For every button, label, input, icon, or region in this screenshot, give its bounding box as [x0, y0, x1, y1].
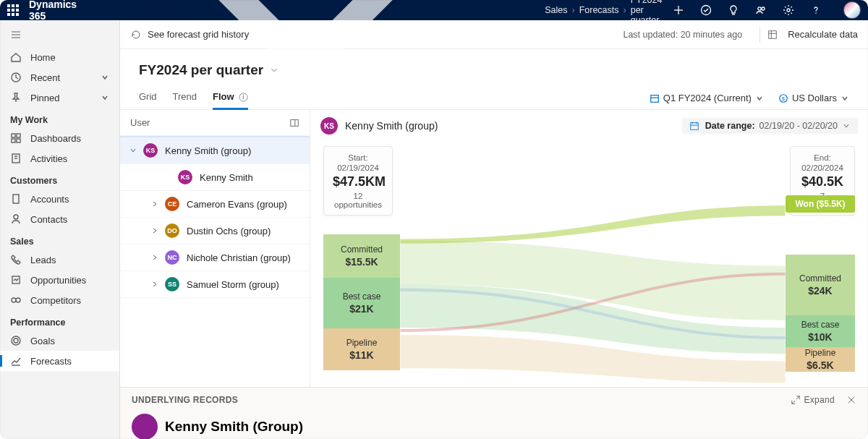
breadcrumb-current: FY2024 per quarter [631, 0, 673, 25]
tab-grid[interactable]: Grid [139, 87, 157, 109]
sidebar-item-label: Recent [30, 72, 60, 83]
currency-value: US Dollars [792, 93, 837, 103]
dashboard-icon [10, 132, 22, 144]
svg-text:i: i [243, 93, 244, 101]
svg-rect-34 [651, 95, 659, 102]
flow-header-user: Kenny Smith (group) [345, 120, 438, 132]
tab-flow[interactable]: Flow i [213, 87, 248, 109]
period-value: Q1 FY2024 (Current) [663, 93, 752, 103]
date-range-selector[interactable]: Date range: 02/19/20 - 02/20/20 [682, 118, 858, 134]
node-left-pipeline[interactable]: Pipeline$11K [323, 328, 400, 370]
svg-rect-15 [12, 139, 15, 142]
close-icon [846, 395, 856, 405]
svg-line-44 [796, 396, 799, 399]
node-right-won[interactable]: Won ($5.5K) [786, 195, 855, 213]
svg-rect-20 [13, 195, 19, 203]
chevron-down-icon [842, 122, 851, 130]
top-nav-bar: Dynamics 365 Sales › Forecasts › FY2024 … [0, 0, 868, 20]
sidebar-item-activities[interactable]: Activities [0, 148, 119, 169]
clock-icon [10, 72, 22, 83]
calendar-icon [650, 93, 660, 103]
sidebar-item-recent[interactable]: Recent [0, 67, 119, 88]
currency-selector[interactable]: $ US Dollars [778, 93, 849, 103]
sidebar-item-accounts[interactable]: Accounts [0, 189, 119, 209]
calendar-range-icon [689, 121, 699, 131]
sidebar-item-contacts[interactable]: Contacts [0, 209, 119, 229]
chart-icon [10, 355, 22, 367]
sidebar-group-performance: Performance [0, 310, 119, 331]
activity-icon [10, 153, 22, 164]
expand-icon [791, 395, 801, 405]
sidebar-item-opportunities[interactable]: Opportunities [0, 270, 119, 290]
tab-trend[interactable]: Trend [173, 87, 197, 109]
recalculate-button[interactable]: Recalculate data [767, 29, 858, 40]
svg-point-28 [14, 338, 18, 343]
sidebar-item-label: Leads [30, 255, 56, 265]
svg-text:$: $ [782, 95, 785, 101]
phone-icon [10, 254, 22, 265]
breadcrumb-sales[interactable]: Sales [545, 5, 567, 15]
task-check-icon[interactable] [700, 4, 712, 16]
svg-point-25 [12, 298, 16, 302]
sidebar-item-label: Goals [30, 336, 55, 346]
lightbulb-icon[interactable] [728, 4, 739, 16]
sidebar-item-dashboards[interactable]: Dashboards [0, 128, 119, 148]
start-opps: 12 opportunities [333, 192, 383, 209]
sidebar-item-label: Contacts [30, 214, 67, 225]
user-avatar[interactable] [843, 1, 861, 19]
home-icon [10, 51, 22, 63]
gear-icon[interactable] [783, 4, 794, 16]
sidebar-item-label: Competitors [30, 295, 81, 306]
chevron-right-icon[interactable] [150, 253, 159, 262]
node-right-committed[interactable]: Committed$24K [786, 255, 855, 315]
svg-rect-40 [691, 123, 699, 130]
help-icon[interactable] [810, 4, 822, 16]
sidebar-item-label: Pinned [30, 93, 59, 103]
competitor-icon [10, 294, 22, 306]
person-icon [10, 213, 22, 225]
last-updated-label: Last updated: 20 minutes ago [623, 30, 742, 40]
expand-button[interactable]: Expand [791, 395, 835, 405]
node-left-bestcase[interactable]: Best case$21K [323, 278, 400, 328]
node-right-pipeline[interactable]: Pipeline$6.5K [786, 347, 855, 372]
underlying-title: UNDERLYING RECORDS [132, 395, 238, 405]
svg-point-2 [702, 6, 711, 15]
start-value: $47.5KM [333, 174, 383, 189]
sidebar-item-home[interactable]: Home [0, 47, 119, 67]
svg-point-26 [16, 298, 20, 302]
breadcrumb-forecasts[interactable]: Forecasts [579, 5, 619, 15]
chevron-right-icon[interactable] [150, 280, 159, 289]
sidebar-item-competitors[interactable]: Competitors [0, 290, 119, 310]
currency-icon: $ [778, 93, 788, 103]
people-icon[interactable] [755, 4, 767, 16]
target-icon [10, 335, 22, 346]
sidebar-item-leads[interactable]: Leads [0, 250, 119, 270]
sidebar-item-label: Forecasts [30, 356, 72, 367]
sidebar-item-label: Accounts [30, 194, 69, 205]
sidebar-item-label: Activities [30, 153, 67, 164]
sidebar-item-goals[interactable]: Goals [0, 331, 119, 351]
chevron-down-icon [841, 94, 849, 103]
building-icon [10, 193, 22, 205]
info-icon: i [239, 93, 248, 102]
flow-chart: Start: 02/19/2024 $47.5KM 12 opportuniti… [320, 146, 858, 388]
node-left-committed[interactable]: Committed$15.5K [323, 234, 400, 278]
tree-row-name: Nichole Christian (group) [187, 252, 291, 263]
sidebar-item-label: Dashboards [30, 133, 81, 144]
tree-row[interactable]: NCNichole Christian (group) [120, 244, 310, 271]
node-right-bestcase[interactable]: Best case$10K [786, 315, 855, 347]
table-icon [767, 30, 778, 40]
svg-point-7 [815, 12, 817, 14]
period-selector[interactable]: Q1 FY2024 (Current) [650, 93, 764, 103]
app-launcher-icon[interactable] [7, 4, 19, 16]
underlying-person-name: Kenny Smith (Group) [165, 419, 303, 435]
tree-row[interactable]: SSSamuel Storm (group) [120, 271, 310, 298]
close-button[interactable] [846, 395, 856, 405]
svg-rect-14 [17, 134, 20, 137]
plus-icon[interactable] [673, 4, 684, 16]
app-name[interactable]: Dynamics 365 [29, 0, 77, 22]
svg-point-27 [12, 336, 20, 345]
persona-badge: NC [165, 250, 179, 265]
sidebar-item-forecasts[interactable]: Forecasts [0, 351, 119, 371]
sidebar-item-pinned[interactable]: Pinned [0, 88, 119, 108]
